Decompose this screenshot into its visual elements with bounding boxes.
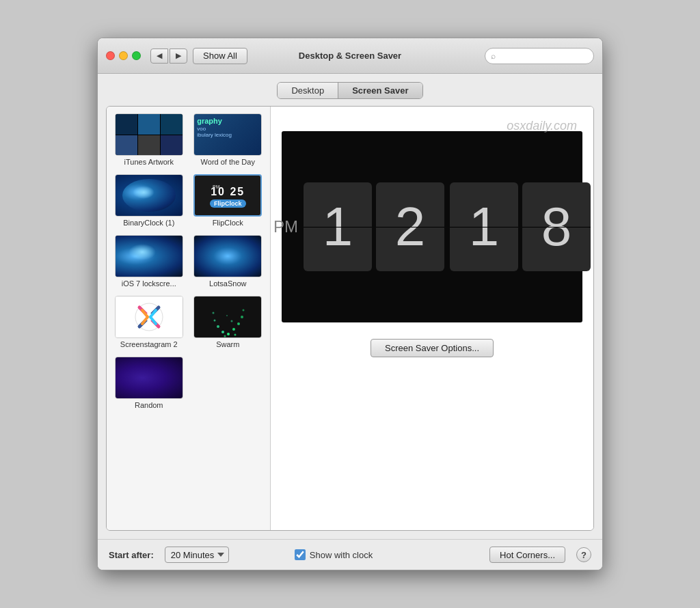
show-with-clock-group: Show with clock (295, 549, 373, 560)
list-item[interactable]: Screenstagram 2 (112, 294, 186, 350)
start-after-label: Start after: (109, 550, 154, 560)
svg-point-10 (217, 325, 219, 328)
back-button[interactable]: ◀ (150, 49, 168, 64)
flip-card-h2: 2 (376, 182, 444, 271)
content-body: iTunes Artwork graphy voo ibulary lexico… (107, 107, 593, 530)
maximize-button[interactable] (132, 51, 141, 60)
traffic-lights (106, 51, 141, 60)
nav-buttons: ◀ ▶ (150, 49, 187, 64)
minimize-button[interactable] (119, 51, 128, 60)
screensaver-thumbnail (193, 296, 262, 338)
list-item[interactable]: LotsaSnow (191, 234, 265, 289)
bottom-bar: Start after: 1 Minute 2 Minutes 5 Minute… (98, 539, 602, 570)
flip-hours: 1 2 (304, 182, 444, 271)
list-item[interactable]: iTunes Artwork (112, 112, 186, 167)
window-title: Desktop & Screen Saver (299, 51, 401, 61)
svg-point-7 (241, 316, 243, 318)
main-content: iTunes Artwork graphy voo ibulary lexico… (106, 106, 594, 531)
svg-point-9 (221, 331, 224, 333)
flip-pm-label: PM (273, 217, 298, 236)
list-item[interactable]: Random (112, 355, 186, 411)
list-item[interactable]: Swarm (191, 294, 265, 350)
main-window: ◀ ▶ Show All Desktop & Screen Saver ⌕ De… (97, 38, 603, 570)
screensaver-label: Swarm (216, 340, 239, 348)
svg-point-14 (224, 335, 226, 337)
screensaver-label: BinaryClock (1) (123, 219, 174, 227)
screensaver-thumbnail: graphy voo ibulary lexicog (193, 113, 262, 156)
show-with-clock-checkbox[interactable] (295, 549, 306, 560)
svg-point-8 (243, 309, 245, 312)
screensaver-thumbnail (115, 113, 183, 156)
flip-digit: 1 (469, 199, 500, 254)
hot-corners-button[interactable]: Hot Corners... (489, 547, 565, 563)
forward-icon: ▶ (176, 51, 181, 60)
svg-point-6 (237, 322, 240, 325)
screensaver-label: Word of the Day (201, 158, 255, 166)
tab-group: Desktop Screen Saver (277, 82, 422, 99)
svg-point-5 (232, 328, 235, 331)
flip-card-m2: 8 (522, 182, 591, 271)
back-icon: ◀ (157, 51, 162, 60)
svg-point-4 (227, 333, 230, 335)
preview-screen: PM 1 2 1 (282, 131, 582, 322)
list-item[interactable]: BinaryClock (1) (112, 173, 186, 228)
screensaver-label: FlipClock (213, 219, 243, 227)
screensaver-list: iTunes Artwork graphy voo ibulary lexico… (107, 107, 271, 530)
screensaver-thumbnail (115, 235, 183, 277)
flip-digit: 8 (541, 199, 572, 254)
forward-button[interactable]: ▶ (170, 49, 187, 64)
screensaver-thumbnail (115, 174, 183, 217)
flip-clock-display: PM 1 2 1 (273, 182, 591, 271)
preview-panel: osxdaily.com PM 1 2 (271, 107, 593, 530)
flip-card-m1: 1 (450, 182, 518, 271)
svg-point-12 (213, 312, 215, 314)
screenstagram-icon (134, 302, 164, 332)
search-box[interactable]: ⌕ (485, 48, 594, 64)
show-all-button[interactable]: Show All (193, 48, 247, 64)
flip-minutes: 1 8 (450, 182, 591, 271)
screensaver-label: iOS 7 lockscre... (122, 279, 176, 288)
watermark: osxdaily.com (507, 119, 577, 133)
flip-digit: 2 (395, 199, 426, 254)
svg-point-15 (231, 320, 233, 322)
start-after-dropdown[interactable]: 1 Minute 2 Minutes 5 Minutes 10 Minutes … (165, 547, 229, 563)
screensaver-label: Random (135, 401, 163, 409)
search-input[interactable] (498, 51, 588, 61)
screensaver-label: Screenstagram 2 (120, 340, 178, 348)
screensaver-thumbnail (193, 235, 262, 277)
svg-point-16 (226, 315, 228, 316)
flip-card-h1: 1 (304, 182, 372, 271)
help-button[interactable]: ? (576, 547, 591, 562)
list-item[interactable]: graphy voo ibulary lexicog Word of the D… (191, 112, 265, 167)
tab-desktop[interactable]: Desktop (278, 83, 338, 98)
screensaver-label: LotsaSnow (209, 279, 246, 288)
svg-point-11 (214, 320, 216, 322)
list-item[interactable]: PM 10 25 FlipClock FlipClock (191, 173, 265, 228)
screensaver-thumbnail (115, 357, 183, 399)
screensaver-label: iTunes Artwork (124, 158, 174, 166)
show-with-clock-label: Show with clock (310, 550, 373, 560)
tab-screen-saver[interactable]: Screen Saver (338, 83, 422, 98)
titlebar: ◀ ▶ Show All Desktop & Screen Saver ⌕ (98, 38, 602, 74)
flip-digit: 1 (323, 199, 353, 254)
svg-point-13 (234, 334, 237, 336)
list-item[interactable]: iOS 7 lockscre... (112, 234, 186, 289)
screensaver-thumbnail (115, 296, 183, 338)
close-button[interactable] (106, 51, 115, 60)
screensaver-thumbnail: PM 10 25 FlipClock (193, 174, 262, 217)
tabs-container: Desktop Screen Saver (98, 74, 602, 106)
screen-saver-options-button[interactable]: Screen Saver Options... (371, 339, 494, 357)
search-icon: ⌕ (491, 51, 496, 61)
